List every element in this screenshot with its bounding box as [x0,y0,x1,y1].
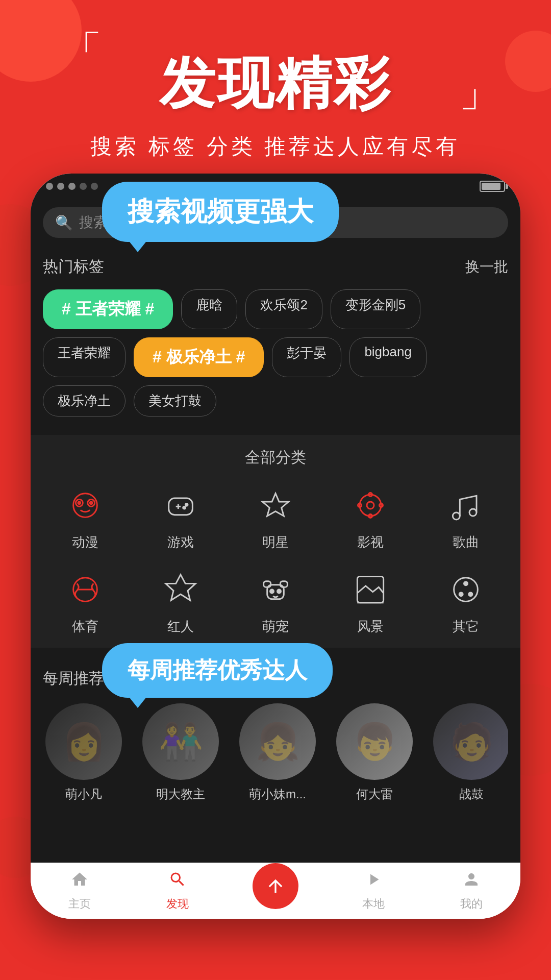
svg-point-18 [469,509,477,516]
tag-item[interactable]: 彭于晏 [272,337,341,377]
category-icon-scenery [347,567,393,612]
home-icon [70,870,89,893]
tag-item[interactable]: # 极乐净土 # [134,337,264,377]
categories-grid: 动漫 游戏 明星 影视 歌曲 体育 红人 萌宠 [43,482,508,635]
nav-item-local[interactable]: 本地 [324,870,422,912]
category-item-film[interactable]: 影视 [328,482,413,551]
tag-item[interactable]: 美女打鼓 [134,385,216,416]
category-icon-sports [62,567,108,612]
tag-item[interactable]: # 王者荣耀 # [43,289,173,329]
category-icon-star [253,482,298,528]
user-item-3[interactable]: 👦 何大雷 [334,703,415,802]
bottom-nav: 主页 发现 本地 我的 [31,863,520,919]
categories-section: 全部分类 动漫 游戏 明星 影视 歌曲 体育 [31,435,520,648]
category-item-other[interactable]: 其它 [423,567,508,635]
category-item-anime[interactable]: 动漫 [43,482,128,551]
hot-tags-title: 热门标签 [43,256,104,277]
header-subtitle: 搜索 标签 分类 推荐达人应有尽有 [0,132,551,161]
recommend-bubble: 每周推荐优秀达人 [102,643,333,698]
tag-item[interactable]: 欢乐颂2 [245,289,322,329]
phone-frame: 🔍 搜索视频、标签、用户 热门标签 换一批 # 王者荣耀 #鹿晗欢乐颂2变形金刚… [31,174,520,919]
category-label: 红人 [167,618,194,635]
nav-discover-label: 发现 [166,896,189,912]
nav-item-home[interactable]: 主页 [31,870,129,912]
nav-home-label: 主页 [68,896,91,912]
svg-point-3 [78,502,81,504]
users-row: 👩 萌小凡 👫 明大教主 👧 萌小妹m... 👦 何大雷 🧑 战鼓 [43,703,508,802]
status-dots [46,183,98,190]
hot-tags-refresh[interactable]: 换一批 [465,257,508,277]
svg-marker-21 [165,575,195,600]
svg-point-17 [453,512,460,520]
avatar-silhouette: 👦 [336,703,413,780]
category-label: 影视 [357,533,384,551]
user-avatar: 👦 [336,703,413,780]
dot3 [68,183,76,190]
user-name: 萌小凡 [65,786,102,802]
tag-item[interactable]: 王者荣耀 [43,337,126,377]
svg-point-11 [360,495,381,516]
user-avatar: 👫 [142,703,219,780]
user-name: 战鼓 [459,786,484,802]
user-item-2[interactable]: 👧 萌小妹m... [237,703,318,802]
svg-point-31 [459,593,463,596]
user-name: 萌小妹m... [249,786,306,802]
user-avatar: 👩 [45,703,122,780]
user-item-0[interactable]: 👩 萌小凡 [43,703,124,802]
category-icon-game [158,482,204,528]
user-item-1[interactable]: 👫 明大教主 [140,703,221,802]
tag-item[interactable]: 鹿晗 [181,289,237,329]
dot2 [57,183,64,190]
svg-marker-10 [262,494,288,516]
battery-fill [482,183,500,190]
svg-point-8 [185,504,188,506]
svg-point-24 [277,590,281,593]
user-avatar: 👧 [239,703,316,780]
search-icon: 🔍 [55,214,73,231]
svg-point-12 [367,502,374,509]
user-name: 明大教主 [156,786,205,802]
category-item-game[interactable]: 游戏 [138,482,222,551]
tag-item[interactable]: 极乐净土 [43,385,126,416]
category-item-pet[interactable]: 萌宠 [233,567,318,635]
tag-item[interactable]: 变形金刚5 [331,289,420,329]
bracket-close: 」 [459,71,500,112]
upload-button[interactable] [253,863,298,909]
battery-icon [480,181,505,192]
svg-point-9 [183,506,185,509]
category-item-music[interactable]: 歌曲 [423,482,508,551]
svg-rect-25 [264,581,271,587]
hot-tags-header: 热门标签 换一批 [43,256,508,277]
category-icon-film [347,482,393,528]
user-name: 何大雷 [356,786,393,802]
user-item-4[interactable]: 🧑 战鼓 [431,703,508,802]
bracket-open: 「 [61,31,102,71]
avatar-silhouette: 🧑 [433,703,508,780]
tag-item[interactable]: bigbang [349,337,427,377]
category-icon-pet [253,567,298,612]
discover-icon [168,870,187,893]
avatar-silhouette: 👧 [239,703,316,780]
phone-content: 🔍 搜索视频、标签、用户 热门标签 换一批 # 王者荣耀 #鹿晗欢乐颂2变形金刚… [31,199,520,863]
svg-point-4 [90,502,93,504]
nav-local-label: 本地 [362,896,385,912]
svg-point-32 [469,593,472,596]
search-bubble: 搜索视频更强大 [102,182,339,242]
tags-grid: # 王者荣耀 #鹿晗欢乐颂2变形金刚5王者荣耀# 极乐净土 #彭于晏bigban… [43,289,508,416]
user-avatar: 🧑 [433,703,508,780]
header-area: 「 」 发现精彩 搜索 标签 分类 推荐达人应有尽有 [0,0,551,181]
nav-item-profile[interactable]: 我的 [422,870,520,912]
category-item-person[interactable]: 红人 [138,567,222,635]
category-item-star[interactable]: 明星 [233,482,318,551]
category-item-scenery[interactable]: 风景 [328,567,413,635]
local-icon [364,870,383,893]
categories-title: 全部分类 [43,447,508,468]
nav-item-discover[interactable]: 发现 [129,870,227,912]
svg-rect-26 [280,581,287,587]
category-item-sports[interactable]: 体育 [43,567,128,635]
category-label: 明星 [262,533,289,551]
nav-item-upload[interactable] [227,873,324,909]
dot4 [80,183,87,190]
hot-tags-section: 热门标签 换一批 # 王者荣耀 #鹿晗欢乐颂2变形金刚5王者荣耀# 极乐净土 #… [31,246,520,427]
category-label: 动漫 [72,533,98,551]
